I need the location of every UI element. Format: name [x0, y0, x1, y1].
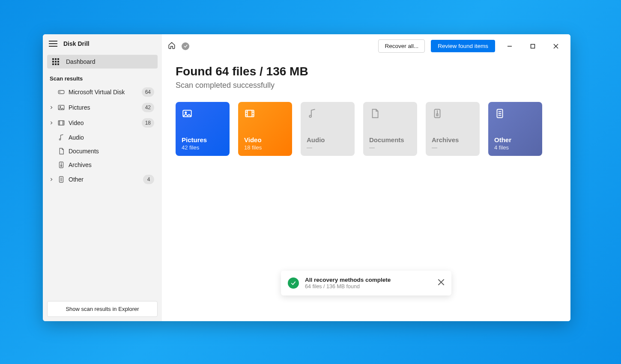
other-icon [57, 176, 65, 183]
svg-point-1 [60, 92, 60, 92]
dashboard-icon [52, 58, 59, 65]
svg-rect-4 [58, 121, 64, 125]
document-icon [57, 147, 65, 155]
topbar: Recover all... Review found items [162, 34, 570, 58]
app-title: Disk Drill [63, 40, 90, 47]
card-title: Archives [432, 136, 474, 143]
card-title: Audio [307, 136, 349, 143]
tree-item-label: Video [69, 119, 138, 126]
video-icon [57, 119, 65, 127]
success-check-icon [288, 277, 299, 289]
scan-results-tree: Microsoft Virtual Disk64Pictures42Video1… [43, 84, 162, 187]
archive-icon [432, 108, 443, 119]
svg-rect-14 [61, 165, 62, 167]
audio-icon [57, 134, 65, 141]
sidebar-footer: Show scan results in Explorer [43, 297, 162, 321]
video-icon [244, 108, 255, 119]
card-sub: 4 files [494, 144, 536, 151]
card-audio[interactable]: Audio— [301, 102, 355, 156]
other-icon [494, 108, 505, 119]
disk-icon [57, 88, 65, 96]
show-in-explorer-button[interactable]: Show scan results in Explorer [47, 301, 158, 317]
tree-item-label: Pictures [69, 104, 138, 111]
content: Found 64 files / 136 MB Scan completed s… [162, 58, 570, 163]
toast-close-button[interactable] [438, 279, 445, 287]
picture-icon [57, 104, 65, 111]
card-sub: — [432, 144, 474, 151]
card-other[interactable]: Other4 files [488, 102, 542, 156]
svg-rect-25 [245, 110, 254, 116]
card-sub: 18 files [244, 144, 286, 151]
chevron-right-icon [49, 120, 54, 125]
tree-item-label: Microsoft Virtual Disk [69, 89, 138, 95]
recover-all-button[interactable]: Recover all... [378, 39, 425, 53]
card-sub: 42 files [182, 144, 224, 151]
svg-point-3 [60, 106, 61, 107]
tree-item-label: Documents [69, 148, 154, 155]
main-panel: Recover all... Review found items Found … [162, 34, 570, 321]
review-found-items-button[interactable]: Review found items [431, 40, 495, 52]
toast-sub: 64 files / 136 MB found [305, 283, 432, 289]
toast-notification: All recovery methods complete 64 files /… [281, 271, 451, 295]
sidebar-item-archive[interactable]: Archives [46, 158, 158, 172]
svg-point-24 [185, 112, 186, 113]
card-archive[interactable]: Archives— [426, 102, 480, 156]
card-picture[interactable]: Pictures42 files [176, 102, 230, 156]
audio-icon [307, 108, 318, 119]
home-icon[interactable] [168, 42, 176, 51]
sidebar-item-video[interactable]: Video18 [46, 115, 158, 131]
chevron-right-icon [49, 105, 54, 110]
count-badge: 18 [142, 118, 154, 128]
status-check-icon [182, 42, 189, 50]
results-subhead: Scan completed successfully [176, 81, 557, 90]
sidebar-item-picture[interactable]: Pictures42 [46, 100, 158, 115]
card-title: Other [494, 136, 536, 143]
tree-item-label: Audio [69, 134, 154, 141]
card-document[interactable]: Documents— [363, 102, 417, 156]
menu-icon[interactable] [49, 41, 57, 47]
window-maximize-button[interactable] [524, 40, 541, 52]
sidebar-item-disk[interactable]: Microsoft Virtual Disk64 [46, 84, 158, 100]
card-sub: — [369, 144, 411, 151]
svg-rect-20 [531, 44, 535, 48]
category-cards: Pictures42 filesVideo18 filesAudio—Docum… [176, 102, 557, 156]
sidebar-item-audio[interactable]: Audio [46, 131, 158, 144]
count-badge: 64 [142, 87, 154, 97]
card-sub: — [307, 144, 349, 151]
document-icon [369, 108, 380, 119]
sidebar-header: Disk Drill [43, 34, 162, 51]
tree-item-label: Archives [69, 161, 154, 168]
card-video[interactable]: Video18 files [238, 102, 292, 156]
window-close-button[interactable] [547, 40, 564, 52]
sidebar-item-dashboard[interactable]: Dashboard [47, 55, 158, 69]
picture-icon [182, 108, 193, 119]
toast-title: All recovery methods complete [305, 277, 432, 283]
app-window: Disk Drill Dashboard Scan results Micros… [43, 34, 570, 321]
results-headline: Found 64 files / 136 MB [176, 65, 557, 78]
sidebar: Disk Drill Dashboard Scan results Micros… [43, 34, 162, 321]
tree-item-label: Other [69, 176, 140, 183]
archive-icon [57, 161, 65, 169]
svg-point-11 [59, 139, 60, 140]
card-title: Pictures [182, 136, 224, 143]
sidebar-item-other[interactable]: Other4 [46, 172, 158, 187]
dashboard-label: Dashboard [66, 58, 96, 65]
sidebar-item-document[interactable]: Documents [46, 144, 158, 158]
count-badge: 4 [143, 175, 154, 184]
card-title: Documents [369, 136, 411, 143]
card-title: Video [244, 136, 286, 143]
svg-rect-35 [436, 114, 438, 116]
scan-results-label: Scan results [43, 71, 162, 84]
count-badge: 42 [142, 103, 154, 112]
svg-point-32 [309, 115, 311, 117]
window-minimize-button[interactable] [501, 40, 518, 52]
chevron-right-icon [49, 177, 54, 182]
